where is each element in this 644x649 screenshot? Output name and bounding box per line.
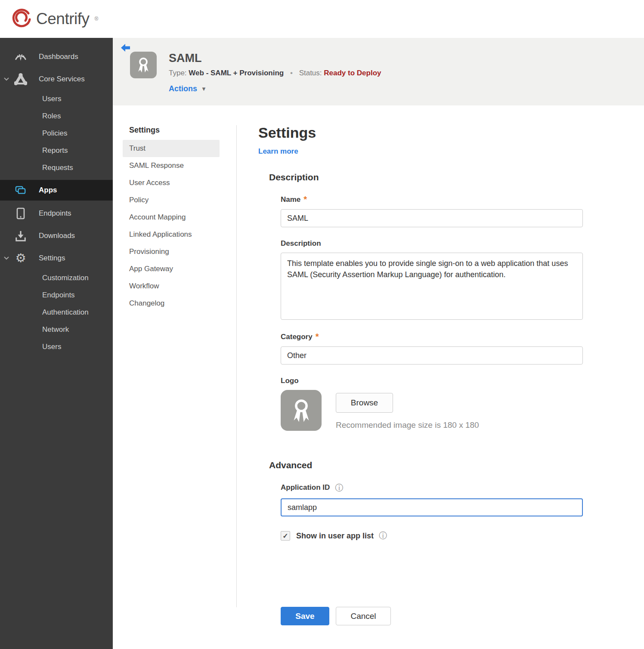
sidebar-item-label: Core Services: [39, 75, 85, 83]
app-meta: Type: Web - SAML + Provisioning • Status…: [169, 69, 381, 77]
app-header-band: SAML Type: Web - SAML + Provisioning • S…: [113, 38, 644, 105]
sidebar-item-network[interactable]: Network: [0, 321, 113, 338]
sidebar-item-authentication[interactable]: Authentication: [0, 304, 113, 321]
app-title: SAML: [169, 52, 381, 65]
sidebar-item-downloads[interactable]: Downloads: [0, 225, 113, 247]
logo-size-hint: Recommended image size is 180 x 180: [336, 420, 479, 430]
sidebar-item-policies[interactable]: Policies: [0, 125, 113, 142]
sidebar-item-roles[interactable]: Roles: [0, 108, 113, 125]
subnav-item-user-access[interactable]: User Access: [123, 174, 220, 192]
sidebar-item-endpoints-settings[interactable]: Endpoints: [0, 287, 113, 304]
sidebar-item-users[interactable]: Users: [0, 90, 113, 108]
chevron-down-icon: [3, 254, 9, 263]
caret-down-icon: ▼: [201, 86, 207, 92]
subnav-item-trust[interactable]: Trust: [123, 140, 220, 157]
sidebar-item-label: Apps: [39, 186, 57, 195]
description-field[interactable]: This template enables you to provide sin…: [281, 253, 583, 320]
type-label: Type:: [169, 69, 187, 77]
description-label: Description: [281, 239, 321, 248]
info-icon[interactable]: ⓘ: [379, 530, 387, 541]
gauge-icon: [14, 51, 28, 63]
top-bar: Centrify ®: [0, 0, 644, 38]
settings-form: Settings Learn more Description Name* De…: [258, 124, 590, 649]
info-icon[interactable]: ⓘ: [335, 483, 343, 492]
application-id-field[interactable]: [281, 498, 583, 516]
apps-icon: [14, 185, 28, 196]
gear-icon: ⚙: [14, 252, 28, 264]
meta-separator: •: [290, 69, 293, 77]
category-label: Category: [281, 333, 313, 341]
subnav-item-provisioning[interactable]: Provisioning: [123, 243, 220, 260]
actions-dropdown[interactable]: Actions ▼: [169, 84, 381, 93]
type-value: Web - SAML + Provisioning: [189, 69, 284, 77]
required-asterisk: *: [303, 195, 307, 204]
sidebar-item-label: Dashboards: [39, 53, 78, 61]
subnav-item-linked-applications[interactable]: Linked Applications: [123, 226, 220, 243]
vertical-divider: [236, 125, 237, 607]
sidebar-item-dashboards[interactable]: Dashboards: [0, 46, 113, 68]
subnav-item-changelog[interactable]: Changelog: [123, 295, 220, 312]
subnav-item-account-mapping[interactable]: Account Mapping: [123, 209, 220, 226]
status-value: Ready to Deploy: [324, 69, 381, 77]
brand-logo: Centrify ®: [11, 8, 98, 30]
registered-mark: ®: [94, 16, 98, 22]
category-field[interactable]: [281, 346, 583, 365]
logo-preview-ribbon: [281, 390, 322, 431]
sidebar-item-apps[interactable]: Apps: [0, 180, 113, 201]
chevron-down-icon: [3, 75, 9, 83]
browse-button[interactable]: Browse: [336, 393, 393, 413]
subnav-item-saml-response[interactable]: SAML Response: [123, 157, 220, 174]
settings-subnav: Settings Trust SAML Response User Access…: [113, 124, 236, 649]
description-section-heading: Description: [269, 172, 590, 182]
name-label: Name: [281, 195, 300, 204]
learn-more-link[interactable]: Learn more: [258, 147, 298, 156]
download-icon: [14, 230, 28, 242]
sidebar-item-label: Settings: [39, 254, 65, 263]
sidebar-item-label: Endpoints: [39, 209, 71, 218]
sidebar-item-core-services[interactable]: Core Services: [0, 68, 113, 90]
page-section-title: Settings: [258, 124, 590, 141]
sidebar-item-customization[interactable]: Customization: [0, 269, 113, 287]
subnav-heading: Settings: [123, 124, 236, 140]
subnav-item-app-gateway[interactable]: App Gateway: [123, 260, 220, 278]
sidebar-item-requests[interactable]: Requests: [0, 159, 113, 176]
sidebar-item-users-settings[interactable]: Users: [0, 338, 113, 355]
settings-submenu: Customization Endpoints Authentication N…: [0, 269, 113, 355]
core-services-submenu: Users Roles Policies Reports Requests: [0, 90, 113, 176]
sidebar-item-endpoints[interactable]: Endpoints: [0, 202, 113, 225]
cancel-button[interactable]: Cancel: [336, 607, 391, 625]
show-in-user-app-list-label: Show in user app list: [296, 532, 374, 541]
show-in-user-app-list-checkbox[interactable]: ✓: [281, 531, 290, 541]
sidebar-item-reports[interactable]: Reports: [0, 142, 113, 159]
back-arrow-icon[interactable]: [121, 43, 132, 55]
sidebar-item-settings[interactable]: ⚙ Settings: [0, 247, 113, 269]
core-services-icon: [14, 73, 28, 85]
subnav-item-policy[interactable]: Policy: [123, 192, 220, 209]
sidebar-nav: Dashboards Core Services Users Roles: [0, 38, 113, 649]
brand-name: Centrify: [36, 10, 89, 28]
save-button[interactable]: Save: [281, 607, 329, 625]
centrify-admin-portal: Centrify ® Dashboards: [0, 0, 644, 649]
sidebar-item-label: Downloads: [39, 232, 75, 240]
status-label: Status:: [299, 69, 322, 77]
actions-label: Actions: [169, 84, 197, 93]
advanced-section-heading: Advanced: [269, 460, 590, 470]
name-field[interactable]: [281, 209, 583, 227]
logo-label: Logo: [281, 377, 299, 385]
main-area: SAML Type: Web - SAML + Provisioning • S…: [113, 38, 644, 649]
device-icon: [14, 207, 28, 220]
centrify-swirl-icon: [11, 8, 32, 30]
app-icon-ribbon: [130, 52, 157, 78]
required-asterisk: *: [316, 332, 319, 341]
subnav-item-workflow[interactable]: Workflow: [123, 278, 220, 295]
application-id-label: Application ID: [281, 483, 330, 492]
